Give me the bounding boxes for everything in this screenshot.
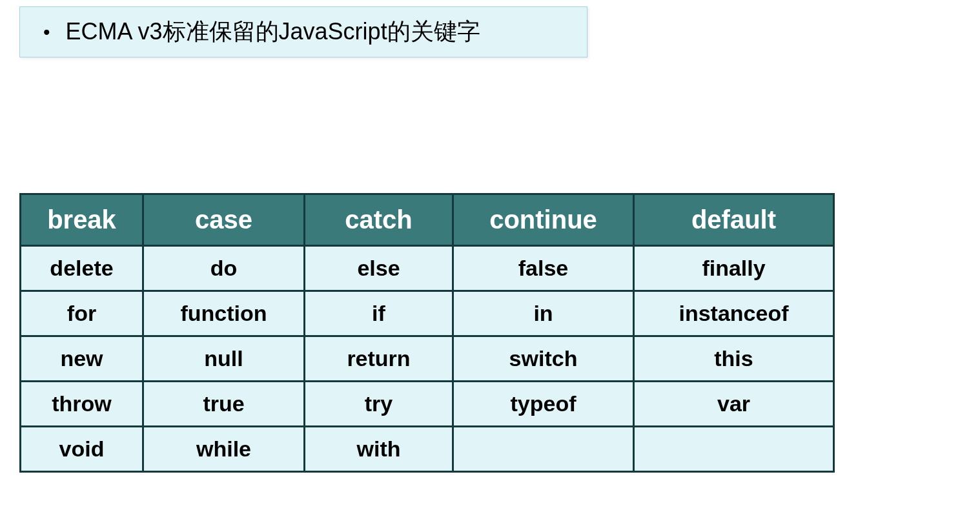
table-cell: if (305, 291, 453, 336)
table-cell: while (143, 427, 305, 472)
table-cell: throw (21, 382, 143, 427)
table-cell: false (453, 246, 634, 291)
table-row: void while with (21, 427, 834, 472)
table-cell: true (143, 382, 305, 427)
table-cell: instanceof (634, 291, 834, 336)
title-label: ECMA v3标准保留的JavaScript的关键字 (66, 16, 480, 48)
title-text: • ECMA v3标准保留的JavaScript的关键字 (39, 16, 567, 48)
bullet-icon: • (43, 21, 50, 43)
table-row: for function if in instanceof (21, 291, 834, 336)
table-header-cell: default (634, 194, 834, 246)
table-row: throw true try typeof var (21, 382, 834, 427)
table-cell (634, 427, 834, 472)
table-cell: return (305, 336, 453, 382)
table-cell: typeof (453, 382, 634, 427)
table-header-cell: catch (305, 194, 453, 246)
keywords-table: break case catch continue default delete… (19, 193, 835, 473)
table-cell: function (143, 291, 305, 336)
table-cell: new (21, 336, 143, 382)
table-cell: do (143, 246, 305, 291)
table-cell: this (634, 336, 834, 382)
table-cell: var (634, 382, 834, 427)
table-cell (453, 427, 634, 472)
table-cell: for (21, 291, 143, 336)
table-cell: finally (634, 246, 834, 291)
table-cell: switch (453, 336, 634, 382)
title-box: • ECMA v3标准保留的JavaScript的关键字 (19, 6, 587, 57)
table-cell: null (143, 336, 305, 382)
table-cell: with (305, 427, 453, 472)
table-header-row: break case catch continue default (21, 194, 834, 246)
table-cell: else (305, 246, 453, 291)
table-row: delete do else false finally (21, 246, 834, 291)
table-row: new null return switch this (21, 336, 834, 382)
table-header-cell: break (21, 194, 143, 246)
table-header-cell: continue (453, 194, 634, 246)
table-header-cell: case (143, 194, 305, 246)
table-cell: try (305, 382, 453, 427)
table-cell: in (453, 291, 634, 336)
table-cell: void (21, 427, 143, 472)
table-cell: delete (21, 246, 143, 291)
